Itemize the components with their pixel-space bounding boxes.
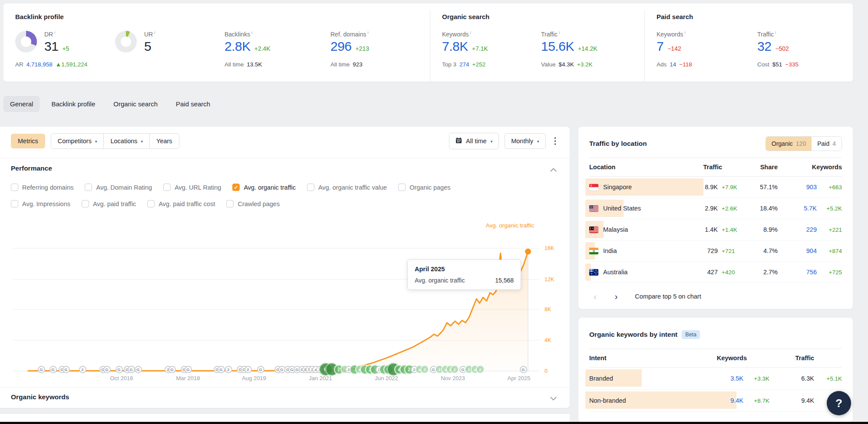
checkbox-crawled-pages[interactable]: Crawled pages [226,200,280,207]
intent-keywords-link[interactable]: 3.5K [706,375,743,382]
intent-keywords-link[interactable]: 9.4K [706,397,743,404]
granularity-button[interactable]: Monthly ▾ [505,133,545,149]
keywords-cell: 5.7K+5.2K [780,205,842,212]
tab-general[interactable]: General [3,96,40,112]
google-update-badge[interactable]: G [50,366,57,373]
tab-backlink-profile[interactable]: Backlink profile [45,96,102,112]
keywords-cell: 904+874 [780,247,842,254]
location-row-united-states[interactable]: United States2.9K+2.6K18.4%5.7K+5.2K [589,198,842,219]
location-name-cell: United States [589,205,693,212]
intent-row-non-branded[interactable]: Non-branded9.4K+8.7K9.4K+9.2K [589,390,842,412]
checkbox-referring-domains[interactable]: Referring domains [11,184,73,191]
google-update-badge[interactable]: G [185,366,192,373]
metric-value[interactable]: 15.6K [541,39,574,54]
metric-label-text: Keywords [442,31,469,38]
svg-text:Nov 2023: Nov 2023 [441,375,465,381]
keywords-link[interactable]: 903 [780,184,817,191]
highlighted-data-point[interactable] [525,249,531,255]
next-page-button[interactable]: › [611,290,622,302]
metrics-button[interactable]: Metrics [11,134,45,148]
location-row-singapore[interactable]: Singapore8.9K+7.9K57.1%903+663 [589,177,842,198]
metric-value[interactable]: 2.8K [224,39,251,54]
info-icon[interactable]: i [775,31,776,35]
google-update-badge[interactable]: G [38,366,45,373]
checkbox-label: Avg. Domain Rating [96,184,152,191]
info-icon[interactable]: i [470,31,471,35]
google-update-badge[interactable]: 2 [450,365,459,374]
metric-sub-segment[interactable]: 14 [670,61,676,68]
organic-toggle-button[interactable]: Organic120 [766,137,812,151]
date-range-button[interactable]: All time ▾ [449,133,499,149]
metric-sub-segment: +252 [472,61,485,68]
compare-top5-link[interactable]: Compare top 5 on chart [635,293,701,300]
checkbox-avg-organic-traffic[interactable]: ✓Avg. organic traffic [232,184,296,191]
google-update-badge[interactable]: G [103,366,111,373]
metric-sub-segment: 923 [353,61,363,68]
keywords-link[interactable]: 904 [780,247,817,254]
metric-label: DRi [44,31,69,38]
google-update-badge[interactable]: 2 [225,366,232,373]
metric-sub-segment[interactable]: 274 [459,61,469,68]
divider [0,158,570,158]
years-button[interactable]: Years [149,134,179,148]
next-section-stub [0,414,570,422]
google-update-badge[interactable]: 2 [244,366,252,373]
info-icon[interactable]: i [54,31,55,35]
granularity-label: Monthly [511,138,533,145]
google-update-badge[interactable]: G [128,366,135,373]
locations-button[interactable]: Locations▾ [103,134,149,148]
google-update-badge[interactable]: G [63,366,70,373]
info-icon[interactable]: i [154,31,155,35]
google-update-badge[interactable]: G [257,366,264,373]
chart-toolbar: Metrics Competitors▾Locations▾Years All … [11,132,559,150]
help-button[interactable]: ? [827,391,851,415]
info-icon[interactable]: i [251,31,252,35]
checkbox-avg-paid-traffic-cost[interactable]: Avg. paid traffic cost [147,200,215,207]
column-header-share: Share [744,164,780,171]
tooltip-title: April 2025 [415,266,514,273]
metric-subline: AR4,718,958▲1,591,224 [15,61,115,68]
metric-sub-segment[interactable]: 4,718,958 [26,61,53,68]
location-row-malaysia[interactable]: Malaysia1.4K+1.4K8.9%229+221 [589,219,842,240]
info-icon[interactable]: i [559,31,560,35]
tab-organic-search[interactable]: Organic search [107,96,164,112]
collapse-performance-button[interactable] [550,166,557,174]
keywords-link[interactable]: 5.7K [780,205,817,212]
metric-value[interactable]: 296 [330,39,352,54]
paid-toggle-button[interactable]: Paid4 [812,137,842,151]
location-row-australia[interactable]: Australia427+4202.7%756+725 [589,262,842,283]
info-icon[interactable]: i [367,31,368,35]
competitors-button[interactable]: Competitors▾ [51,134,104,148]
metric-value[interactable]: 7.8K [442,39,468,54]
checkbox-avg-url-rating[interactable]: Avg. URL Rating [163,184,221,191]
keywords-link[interactable]: 229 [780,226,817,233]
prev-page-button[interactable]: ‹ [589,290,601,302]
google-update-badge[interactable]: 2 [476,365,485,374]
location-row-india[interactable]: India729+7214.7%904+874 [589,240,842,262]
expand-organic-keywords-button[interactable] [550,394,557,402]
intent-row-branded[interactable]: Branded3.5K+3.3K6.3K+5.1K [589,368,842,390]
checkbox-avg-domain-rating[interactable]: Avg. Domain Rating [85,184,152,191]
unchecked-checkbox-icon [11,200,18,207]
google-update-badge[interactable]: G [520,366,527,373]
traffic-cell: 1.4K+1.4K [693,226,744,233]
tab-paid-search[interactable]: Paid search [169,96,217,112]
metric-value[interactable]: 32 [757,39,771,54]
metric-sub-segment: 13.5K [247,61,262,68]
metric-value[interactable]: 7 [657,39,663,54]
keywords-link[interactable]: 756 [780,269,817,276]
google-update-badge[interactable]: 2 [79,366,86,373]
google-update-badge[interactable]: G [218,366,225,373]
more-options-icon[interactable] [551,134,559,148]
performance-chart[interactable]: 16K12K8K4K0Oct 2016Mar 2018Aug 2019Jan 2… [0,219,570,386]
checkbox-avg-impressions[interactable]: Avg. Impressions [11,200,70,207]
checkbox-organic-pages[interactable]: Organic pages [398,184,450,191]
checkbox-avg-organic-traffic-value[interactable]: Avg. organic traffic value [307,184,387,191]
google-update-badge[interactable]: G [135,366,142,373]
google-update-badge[interactable]: 3 [420,365,429,374]
info-icon[interactable]: i [684,31,685,35]
google-update-badge[interactable]: G [116,366,123,373]
checkbox-avg-paid-traffic[interactable]: Avg. paid traffic [82,200,136,207]
location-name-cell: India [589,247,693,254]
google-update-badge[interactable]: G [168,366,176,373]
